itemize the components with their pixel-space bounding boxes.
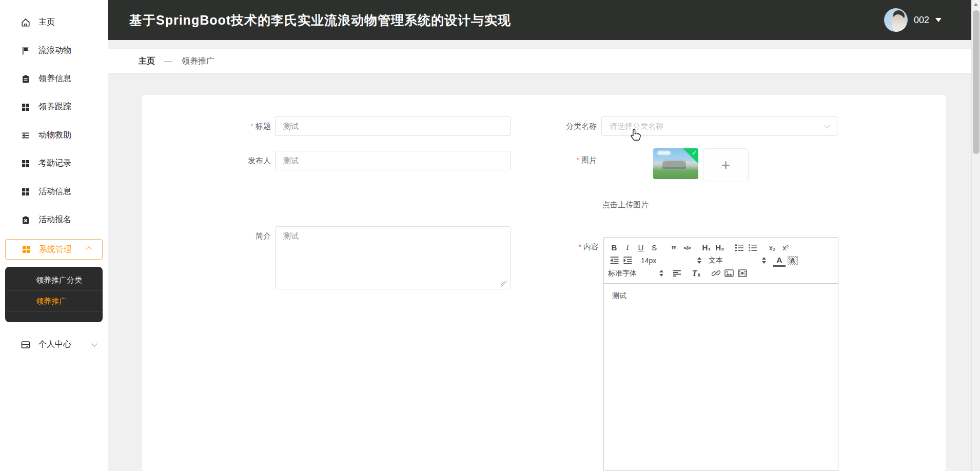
form-card: *标题 发布人 简介 测试 分类名称 请选择分类名称 *图片 ✓ + 点击上传图…: [142, 95, 946, 471]
editor-toolbar: B I U S ” </> H₁ H₂ x₂ x²: [604, 238, 838, 284]
font-size-picker[interactable]: 14px: [641, 257, 701, 265]
header-picker[interactable]: 文本: [709, 256, 766, 265]
submenu-item-adoption-promo[interactable]: 领养推广: [5, 291, 103, 311]
background-color-button[interactable]: A: [787, 254, 799, 267]
underline-button[interactable]: U: [635, 242, 647, 254]
scrollbar-up-arrow[interactable]: [974, 3, 978, 6]
link-icon: [712, 269, 720, 278]
grid-icon: [21, 244, 31, 254]
sidebar-item-adoption-info[interactable]: 领养信息: [0, 65, 108, 93]
blockquote-button[interactable]: ”: [668, 242, 680, 254]
sidebar-item-label: 主页: [38, 17, 55, 28]
ordered-list-button[interactable]: [733, 242, 746, 254]
uploaded-image-thumbnail[interactable]: ✓: [653, 148, 698, 179]
header-1-button[interactable]: H₁: [700, 242, 713, 254]
grid-icon: [21, 159, 31, 169]
sidebar-item-label: 流浪动物: [38, 45, 71, 56]
chevron-up-icon: [86, 246, 91, 252]
sidebar-item-attendance[interactable]: 考勤记录: [0, 149, 108, 178]
sidebar-item-animal-rescue[interactable]: 动物救助: [0, 121, 108, 149]
sidebar-item-activity-signup[interactable]: 活动报名: [0, 206, 108, 234]
font-size-value: 14px: [641, 257, 656, 265]
sidebar-item-adoption-tracking[interactable]: 领养跟踪: [0, 93, 108, 121]
user-dropdown-caret-icon: [935, 18, 942, 22]
grid-icon: [21, 187, 31, 197]
font-family-value: 标准字体: [608, 269, 637, 278]
outdent-button[interactable]: [608, 254, 620, 267]
category-select[interactable]: 请选择分类名称: [601, 116, 837, 136]
picker-arrows-icon: [762, 257, 766, 264]
breadcrumb-current: 领养推广: [182, 56, 214, 67]
bullet-list-button[interactable]: [747, 242, 759, 254]
picker-arrows-icon: [697, 257, 701, 264]
home-icon: [21, 17, 31, 28]
align-icon: [673, 270, 681, 277]
link-button[interactable]: [710, 267, 722, 280]
image-icon: [724, 269, 734, 277]
superscript-button[interactable]: x²: [779, 242, 792, 254]
sidebar-item-label: 活动信息: [38, 186, 71, 197]
scrollbar-thumb[interactable]: [973, 10, 979, 154]
sidebar-item-label: 考勤记录: [38, 158, 71, 169]
font-family-picker[interactable]: 标准字体: [608, 269, 663, 278]
sidebar-item-system-management[interactable]: 系统管理: [5, 239, 103, 260]
grid-icon: [21, 102, 31, 112]
align-button[interactable]: [671, 267, 683, 280]
title-input[interactable]: [275, 116, 511, 136]
list-back-icon: [21, 130, 31, 141]
intro-label: 简介: [204, 226, 271, 246]
italic-button[interactable]: I: [621, 242, 634, 254]
strikethrough-button[interactable]: S: [648, 242, 660, 254]
rich-text-editor: B I U S ” </> H₁ H₂ x₂ x²: [603, 237, 838, 471]
image-label: *图片: [530, 150, 597, 170]
publisher-label: 发布人: [204, 151, 271, 170]
breadcrumb-separator: —: [164, 56, 172, 66]
sidebar-item-label: 动物救助: [38, 130, 71, 141]
clipboard-icon: [21, 74, 31, 84]
category-label: 分类名称: [530, 116, 597, 136]
user-menu[interactable]: 002: [884, 8, 942, 32]
video-icon: [738, 269, 747, 277]
sidebar-item-activity-info[interactable]: 活动信息: [0, 178, 108, 206]
sidebar-item-label: 系统管理: [39, 244, 72, 255]
thumbnail-cloud: [657, 151, 671, 155]
code-block-button[interactable]: </>: [681, 242, 693, 254]
title-label: *标题: [204, 116, 271, 136]
sidebar-item-home[interactable]: 主页: [0, 8, 108, 36]
breadcrumb-home[interactable]: 主页: [139, 56, 155, 67]
indent-increase-icon: [623, 257, 633, 264]
sidebar-item-stray-animals[interactable]: 流浪动物: [0, 36, 108, 65]
text-color-button[interactable]: A: [773, 254, 786, 267]
header-2-button[interactable]: H₂: [714, 242, 726, 254]
required-asterisk: *: [577, 156, 579, 164]
sidebar-item-label: 领养跟踪: [38, 102, 71, 112]
flag-icon: [21, 46, 31, 56]
background-color-icon: A: [788, 256, 798, 265]
indent-decrease-icon: [610, 257, 619, 264]
editor-content-area[interactable]: 测试: [604, 284, 838, 308]
publisher-input[interactable]: [275, 151, 511, 170]
breadcrumb: 主页 — 领养推广: [108, 49, 971, 73]
intro-textarea[interactable]: 测试: [275, 226, 511, 289]
chevron-down-icon: [824, 122, 830, 128]
content-label: *内容: [532, 237, 599, 257]
upload-add-button[interactable]: +: [703, 148, 749, 182]
upload-hint-text: 点击上传图片: [602, 200, 649, 210]
subscript-button[interactable]: x₂: [766, 242, 778, 254]
submenu-item-adoption-promo-category[interactable]: 领养推广分类: [5, 270, 103, 290]
sidebar-item-personal-center[interactable]: 个人中心: [0, 330, 108, 359]
required-asterisk: *: [579, 243, 581, 251]
page-scrollbar[interactable]: [971, 0, 980, 471]
user-avatar[interactable]: [884, 8, 908, 32]
bullet-list-icon: [748, 244, 757, 252]
insert-video-button[interactable]: [736, 267, 749, 280]
bold-button[interactable]: B: [608, 242, 620, 254]
indent-button[interactable]: [621, 254, 634, 267]
ordered-list-icon: [735, 244, 744, 252]
clean-format-button[interactable]: Tx: [690, 267, 702, 280]
chevron-down-icon: [91, 341, 97, 346]
insert-image-button[interactable]: [723, 267, 735, 280]
sidebar: 主页 流浪动物 领养信息 领养跟踪 动物救助 考勤记录 活动信息 活动报名 系统…: [0, 0, 108, 471]
system-management-submenu: 领养推广分类 领养推广: [5, 267, 103, 322]
editor-text: 测试: [612, 291, 626, 300]
